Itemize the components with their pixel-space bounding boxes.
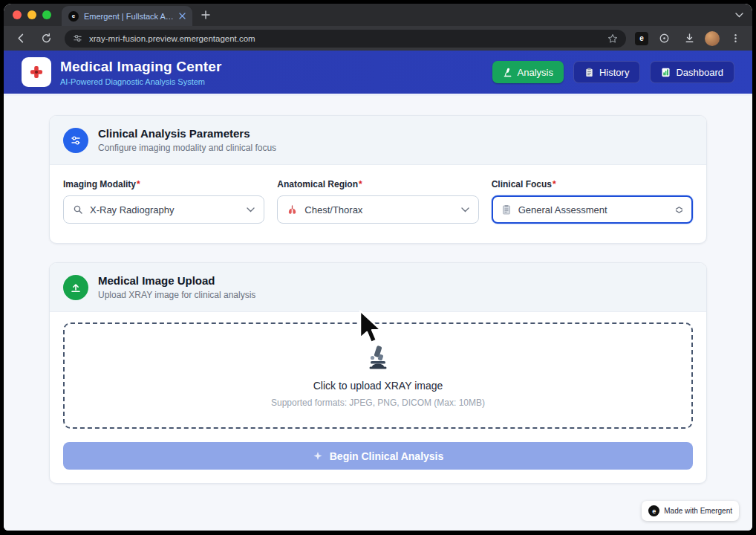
address-bar[interactable]: xray-mri-fusion.preview.emergentagent.co… bbox=[65, 30, 626, 48]
main-content: Clinical Analysis Parameters Configure i… bbox=[4, 96, 752, 531]
sliders-icon bbox=[70, 134, 82, 146]
medical-cross-icon bbox=[28, 64, 45, 80]
upload-icon bbox=[63, 275, 88, 300]
microscope-icon bbox=[503, 68, 512, 77]
clinical-focus-select[interactable]: General Assessment bbox=[492, 195, 693, 224]
nav-analysis-button[interactable]: Analysis bbox=[492, 61, 564, 83]
clinical-focus-value: General Assessment bbox=[518, 204, 607, 215]
url-text[interactable]: xray-mri-fusion.preview.emergentagent.co… bbox=[89, 34, 601, 43]
imaging-modality-field: Imaging Modality* X-Ray Radiography bbox=[63, 179, 264, 224]
microscope-icon bbox=[365, 344, 391, 371]
upload-card-title: Medical Image Upload bbox=[98, 274, 255, 287]
page-title: Medical Imaging Center bbox=[60, 59, 222, 75]
begin-analysis-label: Begin Clinical Analysis bbox=[330, 450, 444, 462]
clinical-focus-field: Clinical Focus* General Assessment bbox=[492, 179, 693, 224]
downloads-icon[interactable] bbox=[680, 29, 699, 48]
upload-card-titles: Medical Image Upload Upload XRAY image f… bbox=[98, 274, 255, 300]
chevron-down-icon bbox=[675, 207, 683, 213]
zoom-window-button[interactable] bbox=[42, 10, 51, 19]
browser-menu-icon[interactable] bbox=[726, 29, 745, 48]
browser-window: e Emergent | Fullstack App xray-mri-fusi… bbox=[4, 4, 752, 531]
site-settings-icon[interactable] bbox=[73, 33, 82, 43]
profile-avatar[interactable] bbox=[705, 31, 720, 46]
dropzone-hint: Supported formats: JPEG, PNG, DICOM (Max… bbox=[271, 398, 485, 408]
parameters-card-header: Clinical Analysis Parameters Configure i… bbox=[50, 116, 706, 165]
upload-arrow-icon bbox=[70, 282, 82, 294]
upload-card-subtitle: Upload XRAY image for clinical analysis bbox=[98, 290, 255, 300]
header-titles: Medical Imaging Center AI-Powered Diagno… bbox=[60, 59, 222, 86]
imaging-modality-value: X-Ray Radiography bbox=[90, 204, 174, 215]
anatomical-region-value: Chest/Thorax bbox=[304, 204, 362, 215]
reload-button[interactable] bbox=[36, 29, 56, 48]
begin-analysis-button[interactable]: Begin Clinical Analysis bbox=[63, 442, 693, 470]
clinical-focus-label: Clinical Focus* bbox=[492, 179, 693, 189]
bookmark-star-icon[interactable] bbox=[607, 33, 618, 44]
tab-title: Emergent | Fullstack App bbox=[84, 12, 174, 21]
back-button[interactable] bbox=[11, 29, 30, 48]
tab-favicon-icon: e bbox=[68, 11, 79, 22]
header-nav: Analysis History Dashboard bbox=[492, 61, 734, 83]
extensions-icon[interactable] bbox=[654, 29, 674, 48]
close-window-button[interactable] bbox=[13, 10, 22, 19]
minimize-window-button[interactable] bbox=[27, 10, 36, 19]
clinical-parameters-card: Clinical Analysis Parameters Configure i… bbox=[49, 115, 707, 244]
parameters-card-titles: Clinical Analysis Parameters Configure i… bbox=[98, 127, 276, 153]
image-upload-card: Medical Image Upload Upload XRAY image f… bbox=[49, 262, 707, 484]
app-header: Medical Imaging Center AI-Powered Diagno… bbox=[4, 51, 752, 96]
anatomical-region-select[interactable]: Chest/Thorax bbox=[277, 195, 478, 224]
pinned-extension-icon[interactable]: e bbox=[635, 32, 648, 45]
upload-dropzone[interactable]: Click to upload XRAY image Supported for… bbox=[63, 322, 693, 429]
parameters-fields: Imaging Modality* X-Ray Radiography bbox=[50, 165, 706, 243]
parameters-card-title: Clinical Analysis Parameters bbox=[98, 127, 276, 140]
nav-history-button[interactable]: History bbox=[573, 61, 640, 83]
nav-history-label: History bbox=[599, 67, 629, 78]
made-with-emergent-label: Made with Emergent bbox=[664, 507, 732, 515]
tab-search-chevron-icon[interactable] bbox=[735, 13, 743, 18]
required-asterisk: * bbox=[137, 179, 140, 189]
nav-analysis-label: Analysis bbox=[518, 67, 553, 78]
required-asterisk: * bbox=[553, 179, 556, 189]
history-clipboard-icon bbox=[584, 68, 594, 77]
made-with-emergent-badge[interactable]: e Made with Emergent bbox=[642, 501, 739, 521]
imaging-modality-label: Imaging Modality* bbox=[63, 179, 264, 189]
dropzone-title: Click to upload XRAY image bbox=[313, 380, 443, 392]
parameters-card-subtitle: Configure imaging modality and clinical … bbox=[98, 143, 276, 153]
new-tab-button[interactable] bbox=[201, 10, 210, 19]
upload-card-header: Medical Image Upload Upload XRAY image f… bbox=[50, 263, 706, 312]
tab-close-icon[interactable] bbox=[179, 13, 186, 19]
bar-chart-icon bbox=[661, 68, 671, 77]
anatomical-region-field: Anatomical Region* Chest/Thorax bbox=[277, 179, 478, 224]
anatomical-region-label: Anatomical Region* bbox=[277, 179, 478, 189]
required-asterisk: * bbox=[359, 179, 362, 189]
browser-tab[interactable]: e Emergent | Fullstack App bbox=[62, 6, 192, 26]
sparkle-icon bbox=[313, 451, 323, 461]
page-subtitle: AI-Powered Diagnostic Analysis System bbox=[60, 77, 222, 86]
nav-dashboard-button[interactable]: Dashboard bbox=[650, 61, 734, 83]
clipboard-icon bbox=[501, 204, 512, 215]
lungs-icon bbox=[287, 204, 298, 215]
window-controls bbox=[13, 10, 51, 19]
app-logo bbox=[22, 57, 51, 87]
nav-dashboard-label: Dashboard bbox=[676, 67, 723, 78]
magnifier-icon bbox=[73, 204, 83, 215]
chevron-down-icon bbox=[247, 207, 255, 213]
emergent-logo-icon: e bbox=[648, 505, 659, 516]
browser-tab-strip: e Emergent | Fullstack App bbox=[4, 4, 752, 26]
imaging-modality-select[interactable]: X-Ray Radiography bbox=[63, 195, 264, 224]
parameters-icon bbox=[63, 128, 88, 153]
chevron-down-icon bbox=[461, 207, 469, 213]
browser-toolbar: xray-mri-fusion.preview.emergentagent.co… bbox=[4, 26, 752, 51]
